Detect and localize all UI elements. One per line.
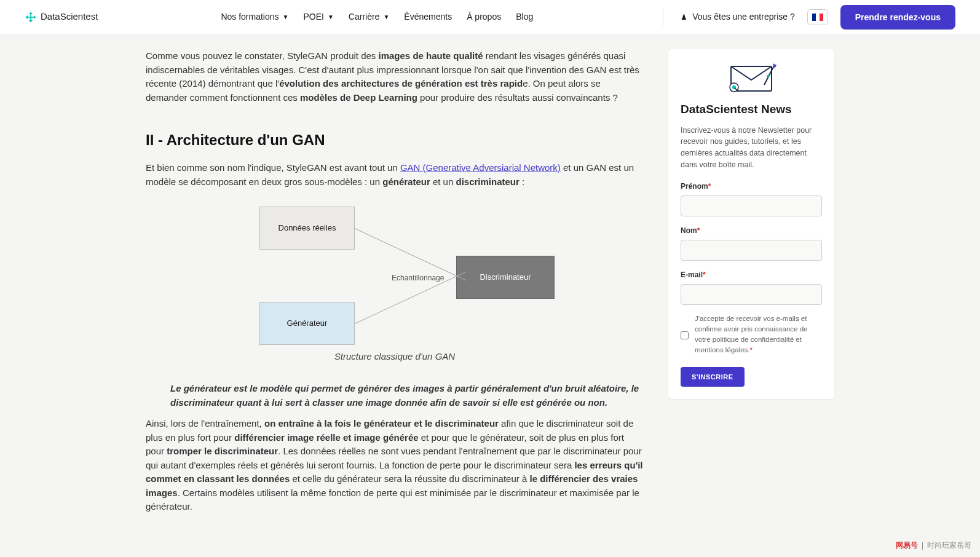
enterprise-link[interactable]: ♟ Vous êtes une entreprise ?	[681, 10, 795, 23]
article-body: Comme vous pouvez le constater, StyleGAN…	[146, 49, 644, 521]
chevron-down-icon: ▼	[328, 12, 334, 22]
nav-evenements[interactable]: Événements	[404, 10, 452, 23]
main-header: DataScientest Nos formations ▼ POEI ▼ Ca…	[0, 0, 980, 34]
input-email[interactable]	[681, 284, 822, 305]
brand-icon	[25, 11, 37, 23]
field-email: E-mail*	[681, 269, 822, 305]
chess-icon: ♟	[681, 12, 687, 23]
footer-attribution: 网易号 | 时尚玩家岳哥	[896, 540, 971, 546]
flag-fr-icon	[812, 14, 823, 21]
figure-caption: Structure classique d'un GAN	[146, 350, 644, 364]
field-nom: Nom*	[681, 225, 822, 261]
nav-poei[interactable]: POEI ▼	[303, 10, 333, 23]
input-prenom[interactable]	[681, 196, 822, 216]
input-nom[interactable]	[681, 240, 822, 261]
paragraph: Ainsi, lors de l'entraînement, on entraî…	[146, 417, 644, 514]
label-nom: Nom*	[681, 225, 822, 236]
diagram-box-data: Données réelles	[259, 207, 355, 250]
nav-carriere[interactable]: Carrière ▼	[349, 10, 389, 23]
brand-logo[interactable]: DataScientest	[25, 10, 98, 24]
source-author: 时尚玩家岳哥	[927, 540, 971, 546]
divider	[663, 9, 663, 26]
gan-link[interactable]: GAN (Generative Adversiarial Network)	[400, 162, 561, 173]
field-prenom: Prénom*	[681, 181, 822, 216]
label-email: E-mail*	[681, 269, 822, 280]
paragraph: Comme vous pouvez le constater, StyleGAN…	[146, 49, 644, 105]
source-brand: 网易号	[896, 540, 918, 546]
main-nav: Nos formations ▼ POEI ▼ Carrière ▼ Événe…	[221, 10, 533, 23]
header-right: ♟ Vous êtes une entreprise ? Prendre ren…	[658, 5, 955, 30]
nav-apropos[interactable]: À propos	[467, 10, 501, 23]
nav-formations[interactable]: Nos formations ▼	[221, 10, 288, 23]
paragraph: Et bien comme son nom l'indique, StyleGA…	[146, 161, 644, 189]
subscribe-button[interactable]: S'INSCRIRE	[681, 367, 745, 387]
callout-paragraph: Le générateur est le modèle qui permet d…	[146, 381, 644, 410]
diagram-label-sampling: Echantillonnage	[392, 272, 444, 283]
svg-point-5	[767, 75, 769, 77]
newsletter-title: DataScientest News	[681, 101, 822, 119]
language-selector[interactable]	[807, 9, 828, 25]
diagram-box-discriminator: Discriminateur	[456, 256, 555, 299]
chevron-down-icon: ▼	[283, 12, 289, 22]
envelope-icon	[724, 61, 779, 93]
consent-text: J'accepte de recevoir vos e-mails et con…	[695, 314, 822, 356]
diagram-box-generator: Générateur	[259, 302, 355, 345]
brand-text: DataScientest	[41, 10, 98, 24]
consent-row: J'accepte de recevoir vos e-mails et con…	[681, 314, 822, 356]
section-heading: II - Architecture d'un GAN	[146, 129, 644, 151]
nav-blog[interactable]: Blog	[516, 10, 533, 23]
gan-diagram: Données réelles Générateur Discriminateu…	[180, 203, 610, 345]
newsletter-card: DataScientest News Inscrivez-vous à notr…	[668, 49, 834, 399]
newsletter-desc: Inscrivez-vous à notre Newsletter pour r…	[681, 125, 822, 171]
consent-checkbox[interactable]	[681, 315, 689, 356]
label-prenom: Prénom*	[681, 181, 822, 192]
cta-button[interactable]: Prendre rendez-vous	[840, 5, 955, 30]
sidebar: DataScientest News Inscrivez-vous à notr…	[668, 49, 834, 521]
divider: |	[922, 540, 923, 546]
chevron-down-icon: ▼	[383, 12, 389, 22]
